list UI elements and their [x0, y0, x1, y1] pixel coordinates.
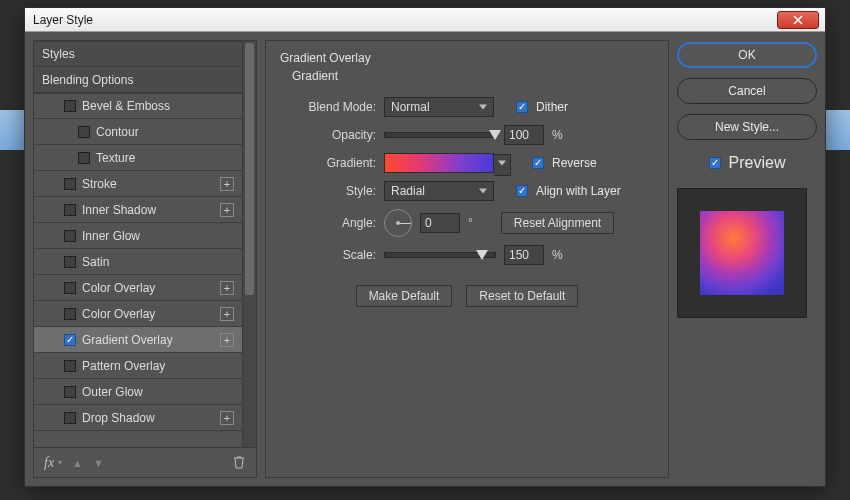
add-effect-icon[interactable]: + [220, 281, 234, 295]
effect-row[interactable]: Drop Shadow+ [34, 405, 242, 431]
add-effect-icon[interactable]: + [220, 333, 234, 347]
effect-label: Color Overlay [82, 281, 214, 295]
effect-row[interactable]: Gradient Overlay+ [34, 327, 242, 353]
reset-default-button[interactable]: Reset to Default [466, 285, 578, 307]
effect-checkbox[interactable] [64, 412, 76, 424]
effect-row[interactable]: Stroke+ [34, 171, 242, 197]
effect-label: Texture [96, 151, 234, 165]
opacity-label: Opacity: [280, 128, 376, 142]
effect-checkbox[interactable] [64, 334, 76, 346]
style-select[interactable]: Radial [384, 181, 494, 201]
angle-label: Angle: [280, 216, 376, 230]
layer-style-dialog: Layer Style Styles Blending Options Beve… [24, 7, 826, 487]
angle-dial[interactable] [384, 209, 412, 237]
effect-label: Satin [82, 255, 234, 269]
effect-row[interactable]: Pattern Overlay [34, 353, 242, 379]
delete-effect-button[interactable] [232, 455, 246, 470]
effect-checkbox[interactable] [64, 282, 76, 294]
effect-row[interactable]: Inner Shadow+ [34, 197, 242, 223]
add-effect-icon[interactable]: + [220, 177, 234, 191]
styles-header[interactable]: Styles [34, 41, 242, 67]
gradient-preview [700, 211, 784, 295]
dialog-buttons: OK Cancel New Style... Preview [677, 40, 817, 478]
effect-checkbox[interactable] [64, 360, 76, 372]
effect-checkbox[interactable] [64, 178, 76, 190]
blend-mode-label: Blend Mode: [280, 100, 376, 114]
add-effect-icon[interactable]: + [220, 203, 234, 217]
reverse-label: Reverse [552, 156, 597, 170]
blending-options-label: Blending Options [42, 73, 234, 87]
make-default-button[interactable]: Make Default [356, 285, 453, 307]
close-button[interactable] [777, 11, 819, 29]
move-up-button[interactable]: ▲ [72, 457, 83, 469]
move-down-button[interactable]: ▼ [93, 457, 104, 469]
effect-label: Color Overlay [82, 307, 214, 321]
effect-checkbox[interactable] [64, 204, 76, 216]
style-value: Radial [391, 184, 425, 198]
effect-checkbox[interactable] [64, 256, 76, 268]
titlebar[interactable]: Layer Style [25, 8, 825, 32]
scale-input[interactable]: 150 [504, 245, 544, 265]
effect-label: Drop Shadow [82, 411, 214, 425]
gradient-swatch[interactable] [384, 153, 494, 173]
add-effect-icon[interactable]: + [220, 411, 234, 425]
scale-slider[interactable] [384, 252, 496, 258]
styles-list: Styles Blending Options Bevel & EmbossCo… [34, 41, 242, 447]
effect-checkbox[interactable] [64, 100, 76, 112]
fx-menu[interactable]: fx [44, 455, 54, 471]
preview-checkbox[interactable] [709, 157, 721, 169]
reset-alignment-button[interactable]: Reset Alignment [501, 212, 614, 234]
reverse-checkbox[interactable] [532, 157, 544, 169]
effect-label: Inner Shadow [82, 203, 214, 217]
effect-row[interactable]: Contour [34, 119, 242, 145]
styles-header-label: Styles [42, 47, 234, 61]
chevron-down-icon: ▾ [58, 458, 62, 467]
ok-button[interactable]: OK [677, 42, 817, 68]
effect-checkbox[interactable] [78, 152, 90, 164]
blend-mode-value: Normal [391, 100, 430, 114]
effect-row[interactable]: Texture [34, 145, 242, 171]
effect-label: Pattern Overlay [82, 359, 234, 373]
effect-row[interactable]: Inner Glow [34, 223, 242, 249]
preview-box [677, 188, 807, 318]
styles-panel: Styles Blending Options Bevel & EmbossCo… [33, 40, 257, 478]
scale-label: Scale: [280, 248, 376, 262]
align-checkbox[interactable] [516, 185, 528, 197]
window-title: Layer Style [33, 13, 93, 27]
effect-checkbox[interactable] [78, 126, 90, 138]
effect-row[interactable]: Bevel & Emboss [34, 93, 242, 119]
blend-mode-select[interactable]: Normal [384, 97, 494, 117]
gradient-label: Gradient: [280, 156, 376, 170]
effect-row[interactable]: Outer Glow [34, 379, 242, 405]
effect-label: Contour [96, 125, 234, 139]
scale-unit: % [552, 248, 563, 262]
close-icon [793, 15, 803, 25]
dither-label: Dither [536, 100, 568, 114]
panel-subtitle: Gradient [292, 69, 654, 83]
opacity-unit: % [552, 128, 563, 142]
effect-row[interactable]: Color Overlay+ [34, 275, 242, 301]
effect-checkbox[interactable] [64, 230, 76, 242]
styles-footer: fx ▾ ▲ ▼ [34, 447, 256, 477]
align-label: Align with Layer [536, 184, 621, 198]
styles-scrollbar[interactable] [242, 41, 256, 447]
new-style-button[interactable]: New Style... [677, 114, 817, 140]
cancel-button[interactable]: Cancel [677, 78, 817, 104]
angle-input[interactable]: 0 [420, 213, 460, 233]
effect-checkbox[interactable] [64, 386, 76, 398]
effect-row[interactable]: Color Overlay+ [34, 301, 242, 327]
opacity-slider[interactable] [384, 132, 496, 138]
scrollbar-thumb[interactable] [245, 43, 254, 295]
opacity-input[interactable]: 100 [504, 125, 544, 145]
dither-checkbox[interactable] [516, 101, 528, 113]
effect-row[interactable]: Satin [34, 249, 242, 275]
blending-options[interactable]: Blending Options [34, 67, 242, 93]
effect-options-panel: Gradient Overlay Gradient Blend Mode: No… [265, 40, 669, 478]
angle-unit: ° [468, 216, 473, 230]
add-effect-icon[interactable]: + [220, 307, 234, 321]
trash-icon [232, 455, 246, 470]
effect-checkbox[interactable] [64, 308, 76, 320]
style-label: Style: [280, 184, 376, 198]
panel-title: Gradient Overlay [280, 51, 654, 65]
effect-label: Stroke [82, 177, 214, 191]
